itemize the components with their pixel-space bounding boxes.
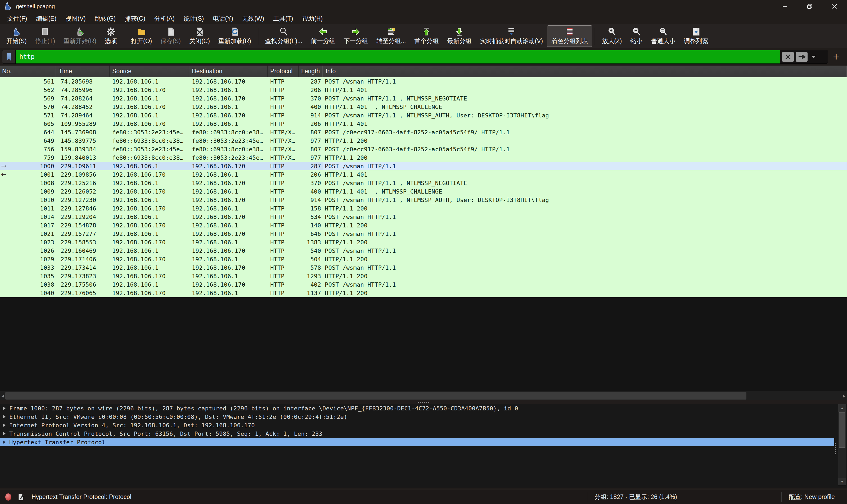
column-header-destination[interactable]: Destination xyxy=(189,66,267,77)
expert-info-icon[interactable] xyxy=(5,493,11,501)
expander-triangle-icon[interactable] xyxy=(3,432,5,435)
pane-splitter-handle[interactable] xyxy=(0,400,847,404)
packet-row-1038[interactable]: 1038229.175506192.168.106.1192.168.106.1… xyxy=(0,280,847,289)
expander-triangle-icon[interactable] xyxy=(3,424,5,427)
packet-row-759[interactable]: 759159.840013fe80::6933:8cc0:e38…fe80::3… xyxy=(0,154,847,162)
cell-protocol: HTTP xyxy=(267,204,298,213)
column-header-no[interactable]: No. xyxy=(0,66,56,77)
detail-row-text: Transmission Control Protocol, Src Port:… xyxy=(9,431,323,437)
filter-bookmark-button[interactable] xyxy=(2,50,16,64)
menu-item[interactable]: 视图(V) xyxy=(61,13,90,24)
menu-item[interactable]: 分析(A) xyxy=(150,13,179,24)
capture-comment-icon[interactable] xyxy=(17,493,24,501)
minimize-button[interactable] xyxy=(772,0,797,13)
packet-row-562[interactable]: 56274.285996192.168.106.170192.168.106.1… xyxy=(0,86,847,94)
packet-row-1026[interactable]: 1026229.160469192.168.106.1192.168.106.1… xyxy=(0,247,847,255)
toolbar-button-autoscroll[interactable]: 实时捕获时自动滚动(V) xyxy=(476,25,547,47)
toolbar-button-zoom-out[interactable]: 缩小 xyxy=(626,25,647,47)
menu-item[interactable]: 跳转(G) xyxy=(90,13,120,24)
cell-info: HTTP/1.1 200 xyxy=(323,154,847,162)
packet-row-570[interactable]: 57074.288452192.168.106.170192.168.106.1… xyxy=(0,103,847,111)
expander-triangle-icon[interactable] xyxy=(3,415,5,418)
close-button[interactable] xyxy=(822,0,847,13)
detail-row[interactable]: Ethernet II, Src: VMware_c0:00:08 (00:50… xyxy=(0,413,834,421)
status-profile[interactable]: 配置: New profile xyxy=(789,493,835,501)
expander-triangle-icon[interactable] xyxy=(3,407,5,410)
packet-row-1040[interactable]: 1040229.176065192.168.106.170192.168.106… xyxy=(0,289,847,297)
packet-row-1000[interactable]: 1000229.109611192.168.106.1192.168.106.1… xyxy=(0,162,847,170)
packet-row-1029[interactable]: 1029229.171406192.168.106.170192.168.106… xyxy=(0,255,847,263)
horizontal-scrollbar-thumb[interactable] xyxy=(5,392,746,399)
packet-row-1001[interactable]: 1001229.109856192.168.106.170192.168.106… xyxy=(0,170,847,179)
menu-item[interactable]: 帮助(H) xyxy=(297,13,327,24)
toolbar-button-start-capture[interactable]: 开始(S) xyxy=(2,25,31,47)
toolbar-button-capture-options[interactable]: 选项 xyxy=(101,25,121,47)
packet-row-1009[interactable]: 1009229.126052192.168.106.170192.168.106… xyxy=(0,187,847,196)
packet-row-1033[interactable]: 1033229.173414192.168.106.1192.168.106.1… xyxy=(0,263,847,272)
packet-row-1010[interactable]: 1010229.127230192.168.106.1192.168.106.1… xyxy=(0,196,847,204)
toolbar-button-prev-packet[interactable]: 前一分组 xyxy=(307,25,339,47)
menu-item[interactable]: 编辑(E) xyxy=(32,13,61,24)
packet-row-1017[interactable]: 1017229.154878192.168.106.170192.168.106… xyxy=(0,221,847,230)
packet-row-1021[interactable]: 1021229.157277192.168.106.1192.168.106.1… xyxy=(0,230,847,238)
packet-row-571[interactable]: 57174.289464192.168.106.1192.168.106.170… xyxy=(0,111,847,120)
detail-scrollbar[interactable]: ▲ ▼ xyxy=(838,404,846,485)
packet-row-569[interactable]: 56974.288264192.168.106.1192.168.106.170… xyxy=(0,94,847,103)
packet-row-649[interactable]: 649145.839775fe80::6933:8cc0:e38…fe80::3… xyxy=(0,137,847,145)
packet-row-1008[interactable]: 1008229.125216192.168.106.1192.168.106.1… xyxy=(0,179,847,187)
toolbar-button-next-packet[interactable]: 下一分组 xyxy=(339,25,372,47)
packet-row-561[interactable]: 56174.285698192.168.106.1192.168.106.170… xyxy=(0,77,847,86)
detail-row[interactable]: Frame 1000: 287 bytes on wire (2296 bits… xyxy=(0,404,834,413)
toolbar-button-last-packet[interactable]: 最新分组 xyxy=(443,25,476,47)
menu-item[interactable]: 工具(T) xyxy=(269,13,297,24)
menu-item[interactable]: 电话(Y) xyxy=(208,13,238,24)
display-filter-input[interactable] xyxy=(16,50,780,64)
cell-no: 759 xyxy=(0,154,56,162)
detail-row[interactable]: Transmission Control Protocol, Src Port:… xyxy=(0,429,834,438)
filter-dropdown-caret[interactable] xyxy=(810,55,818,58)
packet-row-1014[interactable]: 1014229.129204192.168.106.1192.168.106.1… xyxy=(0,213,847,221)
toolbar-button-first-packet[interactable]: 首个分组 xyxy=(410,25,443,47)
restore-button[interactable] xyxy=(797,0,822,13)
toolbar-button-find-packet[interactable]: 查找分组(F)... xyxy=(261,25,307,47)
packet-row-644[interactable]: 644145.736908fe80::3053:2e23:45e…fe80::6… xyxy=(0,128,847,137)
column-header-length[interactable]: Length xyxy=(298,66,323,77)
packet-row-605[interactable]: 605109.955289192.168.106.170192.168.106.… xyxy=(0,120,847,128)
menu-item[interactable]: 文件(F) xyxy=(3,13,32,24)
filter-apply-button[interactable] xyxy=(796,52,808,62)
chevron-down-icon xyxy=(811,55,816,58)
detail-scrollbar-thumb[interactable] xyxy=(839,412,845,448)
toolbar-button-open-file[interactable]: 打开(O) xyxy=(127,25,156,47)
column-header-info[interactable]: Info xyxy=(323,66,847,77)
toolbar-button-zoom-normal[interactable]: 普通大小 xyxy=(647,25,680,47)
toolbar-button-colorize-list[interactable]: 着色分组列表 xyxy=(547,25,592,47)
packet-row-1023[interactable]: 1023229.158553192.168.106.170192.168.106… xyxy=(0,238,847,247)
scroll-right-arrow-icon[interactable]: ► xyxy=(842,391,847,401)
scroll-up-arrow-icon[interactable]: ▲ xyxy=(838,404,846,412)
filter-clear-button[interactable] xyxy=(782,52,794,62)
column-header-source[interactable]: Source xyxy=(109,66,189,77)
horizontal-scrollbar[interactable]: ◄ ► xyxy=(0,391,847,400)
filter-add-button[interactable]: + xyxy=(830,50,843,64)
detail-row[interactable]: Hypertext Transfer Protocol xyxy=(0,438,834,446)
packet-row-1011[interactable]: 1011229.127846192.168.106.170192.168.106… xyxy=(0,204,847,213)
bookmark-icon xyxy=(6,53,11,61)
menu-item[interactable]: 捕获(C) xyxy=(120,13,150,24)
toolbar-button-reload-file[interactable]: 重新加载(R) xyxy=(214,25,255,47)
packet-row-1035[interactable]: 1035229.173823192.168.106.170192.168.106… xyxy=(0,272,847,280)
expander-triangle-icon[interactable] xyxy=(3,440,5,444)
scroll-down-arrow-icon[interactable]: ▼ xyxy=(838,478,846,485)
toolbar-button-goto-packet[interactable]: 转至分组... xyxy=(372,25,410,47)
column-header-protocol[interactable]: Protocol xyxy=(267,66,298,77)
cell-no: 644 xyxy=(0,128,56,137)
toolbar-button-close-file[interactable]: 关闭(C) xyxy=(185,25,214,47)
packet-row-756[interactable]: 756159.839384fe80::3053:2e23:45e…fe80::6… xyxy=(0,145,847,154)
detail-row[interactable]: Internet Protocol Version 4, Src: 192.16… xyxy=(0,421,834,429)
toolbar-button-zoom-in[interactable]: 放大(Z) xyxy=(598,25,626,47)
menu-item[interactable]: 无线(W) xyxy=(238,13,269,24)
vertical-splitter-handle[interactable] xyxy=(835,443,836,454)
scroll-left-arrow-icon[interactable]: ◄ xyxy=(0,391,5,401)
column-header-time[interactable]: Time xyxy=(56,66,109,77)
toolbar-button-resize-columns[interactable]: 调整列宽 xyxy=(680,25,712,47)
menu-item[interactable]: 统计(S) xyxy=(179,13,209,24)
